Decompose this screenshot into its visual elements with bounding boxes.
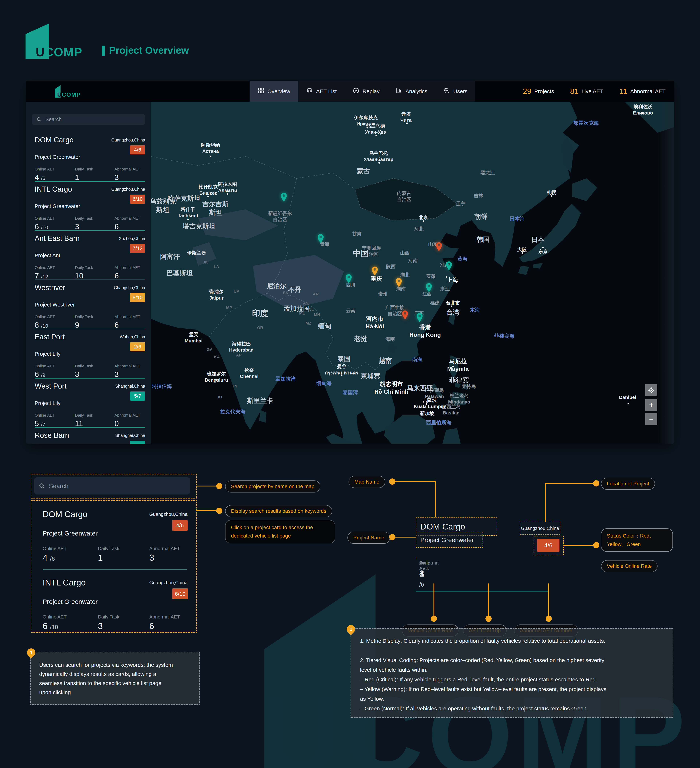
daily-task-value: 3 xyxy=(75,370,79,379)
map-label-danipei: Danipei xyxy=(619,394,636,401)
card-divider xyxy=(35,280,145,280)
map-label: 山西 xyxy=(400,250,410,256)
abnormal-aet-value: 6 xyxy=(115,272,119,280)
project-card[interactable]: Ant East Barn Xuzhou,China 7/12 Project … xyxy=(35,234,145,283)
project-pin-icon[interactable] xyxy=(435,242,443,251)
online-aet-value: 6 /10 xyxy=(43,621,58,631)
project-card-subtitle: Project Westriver xyxy=(35,302,75,308)
online-aet-value: 6 /9 xyxy=(35,370,45,379)
nav-tab[interactable]: Analytics xyxy=(388,81,435,102)
city-dot xyxy=(379,162,380,164)
map-label: 河北 xyxy=(414,226,424,232)
callout-search-pill: Search projects by name on the map xyxy=(225,480,320,493)
project-status-badge: 8/10 xyxy=(130,293,145,302)
pill-vehicle-online-rate-side: Vehicle Online Rate xyxy=(601,560,657,572)
project-card[interactable]: West Port Shanghai,China 5/7 Project Lil… xyxy=(35,382,145,431)
online-aet-value: 7 /12 xyxy=(35,272,48,280)
project-pin-icon[interactable] xyxy=(416,313,423,322)
map-label: 朝鲜 xyxy=(474,213,487,221)
daily-task-label: Daily Task xyxy=(75,315,93,319)
map-canvas[interactable]: 哈萨克斯坦阿斯坦纳 Астана伊尔库茨克 Иркутск赤塔 Чита乌兰乌德… xyxy=(151,102,674,444)
annotation-search[interactable] xyxy=(34,477,190,494)
abnormal-aet-value: 6 xyxy=(149,621,154,631)
locate-button[interactable] xyxy=(645,384,657,397)
project-card[interactable]: INTL Cargo Guangzhou,China 6/10 Project … xyxy=(35,185,145,234)
map-label: 菲律宾海 xyxy=(494,333,515,339)
map-label: 曼谷 กรุงเทพมหานคร xyxy=(325,363,358,376)
map-label: 黄海 xyxy=(457,256,468,262)
callout-line xyxy=(545,483,546,522)
note-left-text: Users can search for projects via keywor… xyxy=(39,661,173,697)
search-input[interactable] xyxy=(45,116,141,123)
map-label: 孟加拉湾 xyxy=(275,376,296,382)
pill-project-name: Project Name xyxy=(347,532,390,544)
nav-tab[interactable]: Users xyxy=(435,81,475,102)
map-label: 伊斯兰堡 xyxy=(187,250,206,256)
project-pin-icon[interactable] xyxy=(425,283,432,292)
project-card[interactable]: DOM Cargo Guangzhou,China 4/6 Project Gr… xyxy=(35,136,145,185)
daily-task-label: Daily Task xyxy=(75,413,93,418)
project-card-subtitle: Project Greenwater xyxy=(43,530,98,537)
daily-task-value: 1 xyxy=(98,553,103,563)
zoom-in-button[interactable]: + xyxy=(645,399,657,411)
project-pin-icon[interactable] xyxy=(446,261,452,270)
project-card[interactable]: DOM Cargo Guangzhou,China 4/6 Project Gr… xyxy=(43,509,187,578)
map-label: 拉克代夫海 xyxy=(220,408,246,415)
stat-label: Abnormal AET xyxy=(630,88,666,94)
card-divider xyxy=(35,378,145,379)
city-dot xyxy=(210,156,211,157)
callout-dot xyxy=(486,616,492,622)
abnormal-aet-label: Abnormal AET xyxy=(115,265,141,270)
nav-tab[interactable]: Overview xyxy=(249,81,298,102)
map-label: 塔吉克斯坦 xyxy=(182,222,215,230)
daily-task-value: 1 xyxy=(75,173,79,182)
callout-line xyxy=(433,584,435,616)
map-label: 陕西 xyxy=(386,264,396,270)
city-dot xyxy=(642,112,644,114)
map-label: 新疆维吾尔 自治区 xyxy=(268,210,292,223)
city-dot xyxy=(208,196,209,197)
map-label: 缅甸海 xyxy=(316,380,332,387)
map-label: 阿富汗 xyxy=(160,253,180,261)
card-divider xyxy=(35,230,145,231)
project-card-name: DOM Cargo xyxy=(43,509,87,519)
city-dot xyxy=(628,403,629,405)
project-card[interactable]: East Port Wuhan,China 2/6 Project Lily O… xyxy=(35,333,145,382)
sidebar-search[interactable] xyxy=(32,114,145,125)
project-card[interactable]: Westriver Changsha,China 8/10 Project We… xyxy=(35,283,145,333)
map-label: 莱特岛 xyxy=(462,384,476,390)
project-pin-icon[interactable] xyxy=(317,234,324,243)
map-label: 乌兹别克 斯坦 xyxy=(151,197,176,214)
project-card[interactable]: INTL Cargo Guangzhou,China 6/10 Project … xyxy=(43,578,187,632)
nav-tab-icon xyxy=(396,87,402,95)
map-label: 尼泊尔 xyxy=(267,282,286,290)
nav-tab[interactable]: Replay xyxy=(345,81,388,102)
abnormal-aet-value: 6 xyxy=(115,222,119,231)
project-pin-icon[interactable] xyxy=(371,266,378,276)
map-label: 内蒙古 自治区 xyxy=(397,190,411,203)
map-label: 河内市 Hà Nội xyxy=(366,315,384,330)
project-pin-icon[interactable] xyxy=(280,192,287,202)
project-card-location: Guangzhou,China xyxy=(149,512,188,517)
diagram-status-badge: 4/6 xyxy=(537,539,559,552)
stat-label: Live AET xyxy=(582,88,603,94)
nav-tab[interactable]: AET List xyxy=(298,81,345,102)
map-label: 东海 xyxy=(470,307,480,313)
stat-item: 11 Abnormal AET xyxy=(619,87,666,96)
online-aet-value: 4 /6 xyxy=(35,173,45,182)
nav-tab-label: AET List xyxy=(316,88,337,94)
nav-tabs: Overview AET List Replay Analyti xyxy=(249,81,476,102)
online-aet-label: Online AET xyxy=(35,413,55,418)
project-pin-icon[interactable] xyxy=(401,310,409,320)
project-pin-icon[interactable] xyxy=(345,274,352,283)
zoom-out-button[interactable]: − xyxy=(645,413,657,425)
map-label: 黑龙江 xyxy=(481,170,495,176)
map-label: 福建 xyxy=(430,300,439,306)
project-card[interactable]: Rose Barn Shanghai,China xyxy=(35,431,145,444)
map-label: 马来西亚 xyxy=(407,384,433,392)
project-pin-icon[interactable] xyxy=(395,278,402,287)
nav-tab-icon xyxy=(306,87,313,95)
city-dot xyxy=(542,247,544,248)
map-label: 吉尔吉斯 斯坦 xyxy=(202,200,229,217)
annotation-search-input[interactable] xyxy=(48,482,185,490)
